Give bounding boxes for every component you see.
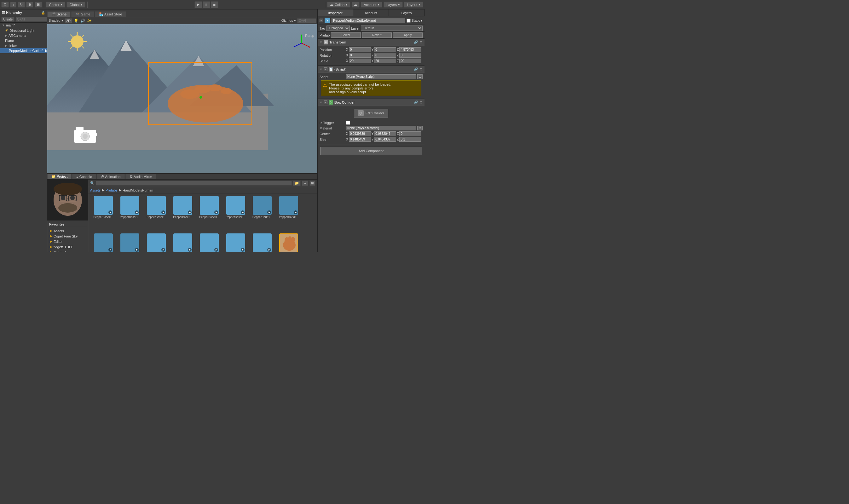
fav-assets[interactable]: ▶Assets [49,228,87,233]
transform-gear-icon[interactable]: ⚙ [420,40,423,44]
transform-icon-link[interactable]: 🔗 [414,40,418,44]
bc-handmodels[interactable]: HandModelsHuman [123,188,153,192]
toolbar-2d[interactable]: 2D [65,18,72,23]
object-enabled-checkbox[interactable]: ✓ [320,19,323,22]
hierarchy-item-pepper[interactable]: PepperMediumCutLeftHand [0,48,47,53]
hierarchy-item-main[interactable]: ▼ main* [0,23,47,28]
pause-button[interactable]: ⏸ [202,1,210,8]
rotation-z-input[interactable] [399,53,421,58]
position-y-input[interactable] [374,47,396,52]
account-dropdown[interactable]: Account ▾ [361,2,382,7]
box-collider-header[interactable]: ▼ ✓ ⬡ Box Collider 🔗 ⚙ [318,99,425,106]
layers-dropdown[interactable]: Layers ▾ [384,2,403,7]
asset-pepperlight-2[interactable]: ▶ PepperLight... [170,233,195,252]
asset-pepperlight-3[interactable]: ▶ PepperLight... [197,233,222,252]
global-dropdown[interactable]: Global ▾ [67,2,85,7]
scene-viewport[interactable]: Shaded ▾ 2D 💡 🔊 ✨ Gizmos ▾ [47,17,317,173]
toolbar-icon-btn[interactable]: ⚙ [1,2,9,7]
tab-layers[interactable]: Layers [389,10,425,16]
tab-console[interactable]: ≡ Console [72,174,96,179]
bc-assets[interactable]: Assets [90,188,101,192]
script-select-icon[interactable]: ⊙ [417,74,423,79]
script-input[interactable] [346,74,416,79]
rotation-x-input[interactable] [349,53,371,58]
toolbar-effects[interactable]: ✨ [87,18,92,23]
toolbar-add-btn[interactable]: + [10,2,16,7]
fav-copefreesky[interactable]: ▶Cope! Free Sky [49,233,87,239]
cloud-button[interactable]: ☁ [352,2,359,7]
toolbar-select-btn[interactable]: ⊕ [26,2,33,7]
scene-search[interactable] [297,18,316,23]
asset-pepperbasef-1[interactable]: ▶ PepperBaseF... [144,196,169,232]
script-gear-icon[interactable]: ⚙ [420,67,423,72]
edit-collider-button[interactable]: ⬡ Edit Collider [354,109,388,118]
collider-gear-icon[interactable]: ⚙ [420,101,423,105]
layout-dropdown[interactable]: Layout ▾ [404,2,423,7]
step-button[interactable]: ⏭ [211,1,218,8]
asset-pepperdarkf-1[interactable]: ▶ PepperDarkF... [91,233,116,252]
asset-pepperbaseR-2[interactable]: ▶ PepperBaseR... [223,196,248,232]
scale-z-input[interactable] [399,59,421,63]
fav-fidgetstuff[interactable]: ▶fidgetSTUFF [49,244,87,250]
create-button[interactable]: Create [1,17,15,22]
fav-editor[interactable]: ▶Editor [49,239,87,244]
asset-pepperdarkf-2[interactable]: ▶ PepperDarkF... [117,233,142,252]
scale-x-input[interactable] [349,59,371,63]
toolbar-audio[interactable]: 🔊 [80,18,85,23]
tab-project[interactable]: 📁 Project [47,174,72,179]
center-y-input[interactable] [374,131,396,136]
object-name-input[interactable] [332,18,405,23]
asset-pepperbaseR-1[interactable]: ▶ PepperBaseR... [197,196,222,232]
layer-dropdown[interactable]: Default [361,25,423,31]
material-input[interactable] [346,126,416,130]
size-y-input[interactable] [374,137,396,142]
asset-pepperlight-1[interactable]: ▶ PepperLight... [144,233,169,252]
transform-header[interactable]: ▼ ⊞ Transform 🔗 ⚙ [318,39,425,46]
prefab-revert-button[interactable]: Revert [362,33,392,38]
hierarchy-item-arcamera[interactable]: ▶ ARCamera [0,33,47,38]
tab-game[interactable]: 🎮 Game [71,11,94,17]
hierarchy-item-directional[interactable]: ☀ Directional Light [0,28,47,33]
asset-pepperbasef-2[interactable]: ▶ PepperBaseF... [170,196,195,232]
asset-pepperbasec-1[interactable]: ▶ PepperBaseC... [91,196,116,232]
center-z-input[interactable] [399,131,421,136]
rotation-y-input[interactable] [374,53,396,58]
tab-account[interactable]: Account [353,10,389,16]
size-z-input[interactable] [399,137,421,142]
scale-y-input[interactable] [374,59,396,63]
assets-btn-3[interactable]: ⊞ [309,180,316,186]
is-trigger-checkbox[interactable] [346,121,350,125]
static-checkbox[interactable] [407,19,411,23]
collider-icon-link[interactable]: 🔗 [414,101,418,105]
shading-dropdown[interactable]: Shaded ▾ [49,19,63,23]
toolbar-refresh-btn[interactable]: ↻ [18,2,25,7]
assets-search[interactable] [96,181,292,185]
asset-peppermedi-skin[interactable]: PepperMedi... [276,233,301,252]
script-header[interactable]: ▼ ✓ 📄 (Script) 🔗 ⚙ [318,66,425,73]
hierarchy-item-tinker[interactable]: ▶ tinker [0,43,47,48]
center-dropdown[interactable]: Center ▾ [46,2,65,7]
asset-pepperbasec-2[interactable]: ▶ PepperBaseC... [117,196,142,232]
center-x-input[interactable] [349,131,371,136]
asset-pepperdarkc-2[interactable]: ▶ PepperDarkC... [276,196,301,232]
collider-enabled-checkbox[interactable]: ✓ [324,101,328,104]
tab-audio-mixer[interactable]: 🎛 Audio Mixer [125,174,156,179]
assets-btn-2[interactable]: ★ [302,180,308,186]
collab-dropdown[interactable]: ☁ Collab ▾ [327,2,351,7]
add-component-button[interactable]: Add Component [320,147,422,155]
position-z-input[interactable] [399,47,421,52]
tab-asset-store[interactable]: 🏪 Asset Store [95,11,126,17]
size-x-input[interactable] [349,137,371,142]
tab-scene[interactable]: 🎬 Scene [47,11,71,17]
toolbar-lighting[interactable]: 💡 [73,18,79,23]
static-dropdown-arrow[interactable]: ▾ [421,19,423,23]
play-button[interactable]: ▶ [194,1,202,8]
assets-btn-1[interactable]: 📁 [293,180,301,186]
script-enabled-checkbox[interactable]: ✓ [324,67,328,71]
hierarchy-item-plane[interactable]: Plane [0,38,47,43]
script-icon-link[interactable]: 🔗 [414,67,418,72]
fav-materials[interactable]: ▶Materials [49,250,87,252]
bc-prefabs[interactable]: Prefabs [106,188,118,192]
gizmos-dropdown[interactable]: Gizmos ▾ [281,19,296,23]
asset-peppermedi-1[interactable]: ▶ PepperMedi... [250,233,275,252]
